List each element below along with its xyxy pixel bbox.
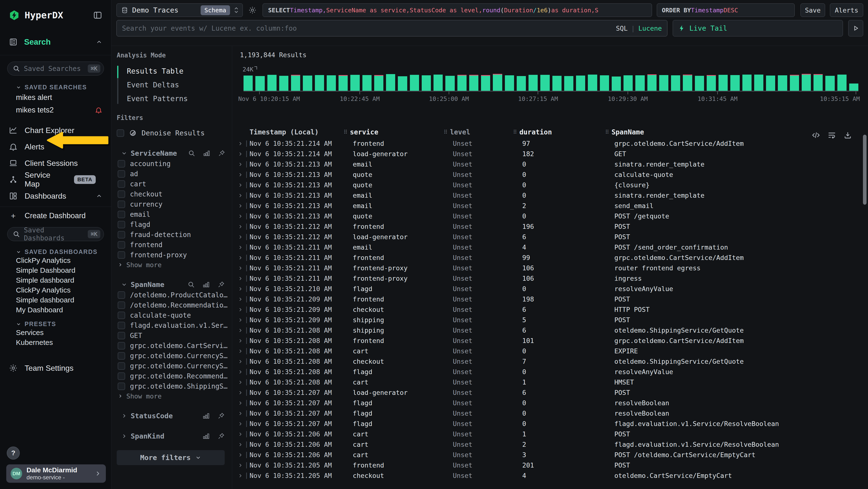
facet-option[interactable]: grpc.oteldemo.CartServi…: [118, 341, 225, 351]
checkbox[interactable]: [118, 301, 125, 309]
histogram-bar[interactable]: [517, 76, 526, 91]
expand-row-icon[interactable]: [238, 348, 243, 354]
denoise-results-toggle[interactable]: Denoise Results: [117, 128, 225, 138]
histogram-bar[interactable]: [445, 76, 455, 91]
facet-option[interactable]: checkout: [118, 189, 225, 199]
facet-chart-icon[interactable]: [203, 150, 210, 157]
histogram-bar[interactable]: [742, 75, 751, 91]
table-row[interactable]: Nov 6 10:35:21.214 AMfrontendUnset97grpc…: [232, 138, 868, 149]
table-row[interactable]: Nov 6 10:35:21.214 AMload-generatorUnset…: [232, 149, 868, 159]
table-row[interactable]: Nov 6 10:35:21.207 AMflagdUnset0flagd.ev…: [232, 419, 868, 429]
table-row[interactable]: Nov 6 10:35:21.212 AMload-generatorUnset…: [232, 232, 868, 242]
expand-row-icon[interactable]: [238, 442, 243, 448]
histogram-bar[interactable]: [766, 76, 775, 91]
source-settings-gear-icon[interactable]: [248, 6, 257, 15]
histogram-bar[interactable]: [730, 75, 740, 91]
facet-option[interactable]: frontend: [118, 240, 225, 250]
create-dashboard-button[interactable]: + Create Dashboard: [0, 209, 111, 223]
expand-row-icon[interactable]: [238, 224, 243, 230]
table-row[interactable]: Nov 6 10:35:21.209 AMshippingUnset5POST: [232, 315, 868, 325]
facet-option[interactable]: flagd: [118, 220, 225, 230]
table-row[interactable]: Nov 6 10:35:21.206 AMcartUnset3POST /ote…: [232, 450, 868, 460]
histogram-bar[interactable]: [398, 76, 407, 91]
facet-option[interactable]: flagd.evaluation.v1.Ser…: [118, 320, 225, 330]
collapse-sidebar-icon[interactable]: [93, 10, 102, 20]
facet-pin-icon[interactable]: [217, 281, 225, 288]
histogram-bar[interactable]: [315, 75, 324, 91]
facet-option[interactable]: frontend-proxy: [118, 250, 225, 260]
table-row[interactable]: Nov 6 10:35:21.208 AMshippingUnset6oteld…: [232, 325, 868, 336]
expand-row-icon[interactable]: [238, 379, 243, 385]
checkbox[interactable]: [118, 160, 125, 168]
facet-header[interactable]: SpanKind: [117, 431, 225, 441]
sidebar-item-chart-explorer[interactable]: Chart Explorer: [0, 122, 111, 139]
checkbox[interactable]: [118, 372, 125, 380]
histogram-bar[interactable]: [588, 75, 597, 91]
expand-row-icon[interactable]: [238, 400, 243, 406]
saved-search-item[interactable]: mikes tets2: [0, 104, 111, 116]
facet-option[interactable]: email: [118, 209, 225, 220]
histogram-bar[interactable]: [493, 74, 502, 91]
histogram-bar[interactable]: [505, 75, 514, 91]
checkbox[interactable]: [118, 322, 125, 329]
expand-row-icon[interactable]: [238, 234, 243, 240]
drag-handle-icon[interactable]: ⠿: [344, 129, 347, 135]
histogram-bar[interactable]: [671, 75, 680, 91]
facet-search-icon[interactable]: [188, 281, 195, 288]
histogram-bar[interactable]: [552, 76, 562, 91]
table-row[interactable]: Nov 6 10:35:21.213 AMquoteUnset0{closure…: [232, 180, 868, 190]
table-row[interactable]: Nov 6 10:35:21.211 AMemailUnset4POST /se…: [232, 242, 868, 253]
facet-option[interactable]: calculate-quote: [118, 310, 225, 320]
histogram-bar[interactable]: [434, 75, 443, 91]
histogram-bar[interactable]: [540, 75, 550, 91]
table-row[interactable]: Nov 6 10:35:21.213 AMquoteUnset0calculat…: [232, 169, 868, 180]
checkbox[interactable]: [118, 201, 125, 208]
expand-row-icon[interactable]: [238, 193, 243, 198]
saved-search-item[interactable]: mikes alert: [0, 92, 111, 103]
checkbox[interactable]: [118, 231, 125, 238]
histogram-bar[interactable]: [481, 75, 490, 91]
histogram-bar[interactable]: [339, 75, 348, 91]
expand-row-icon[interactable]: [238, 141, 243, 146]
expand-row-icon[interactable]: [238, 182, 243, 188]
analysis-mode-option[interactable]: Results Table: [117, 64, 225, 78]
checkbox[interactable]: [118, 221, 125, 228]
checkbox[interactable]: [118, 241, 125, 249]
sidebar-item-dashboard[interactable]: ClickPy Analytics: [0, 285, 111, 295]
presets-header[interactable]: PRESETS: [0, 320, 111, 327]
saved-dashboards-input[interactable]: Saved Dashboards ⌘K: [7, 227, 104, 241]
histogram-bar[interactable]: [374, 75, 383, 91]
histogram-bar[interactable]: [683, 75, 692, 91]
expand-row-icon[interactable]: [238, 369, 243, 375]
histogram-bar[interactable]: [802, 74, 811, 91]
histogram-bar[interactable]: [362, 75, 372, 91]
table-row[interactable]: Nov 6 10:35:21.206 AMcartUnset2flagd.eva…: [232, 439, 868, 450]
column-header-timestamp-local-[interactable]: Timestamp (Local): [250, 128, 344, 136]
checkbox[interactable]: [118, 382, 125, 390]
table-row[interactable]: Nov 6 10:35:21.208 AMcartUnset0EXPIRE: [232, 346, 868, 356]
event-search-input[interactable]: Search your events w/ Lucene ex. column:…: [117, 20, 668, 36]
expand-row-icon[interactable]: [238, 296, 243, 302]
table-row[interactable]: Nov 6 10:35:21.205 AMcheckoutUnset4oteld…: [232, 470, 868, 481]
expand-row-icon[interactable]: [238, 390, 243, 396]
histogram-bar[interactable]: [790, 75, 799, 91]
histogram-bar[interactable]: [327, 75, 336, 91]
facet-search-icon[interactable]: [188, 150, 195, 157]
expand-row-icon[interactable]: [238, 462, 243, 468]
histogram-bar[interactable]: [718, 75, 728, 91]
checkbox[interactable]: [118, 352, 125, 359]
expand-row-icon[interactable]: [238, 338, 243, 344]
sidebar-item-client-sessions[interactable]: Client Sessions: [0, 155, 111, 171]
download-icon[interactable]: [843, 131, 852, 140]
checkbox[interactable]: [118, 291, 125, 299]
checkbox[interactable]: [118, 312, 125, 319]
table-row[interactable]: Nov 6 10:35:21.207 AMflagdUnset0resolveB…: [232, 398, 868, 408]
facet-option[interactable]: cart: [118, 179, 225, 189]
histogram-bar[interactable]: [778, 75, 787, 91]
histogram-bar[interactable]: [244, 76, 253, 91]
live-tail-button[interactable]: Live Tail: [673, 20, 843, 36]
histogram-bar[interactable]: [695, 76, 704, 91]
facet-option[interactable]: /oteldemo.ProductCatalo…: [118, 290, 225, 300]
table-row[interactable]: Nov 6 10:35:21.208 AMfrontendUnset101grp…: [232, 336, 868, 346]
expand-row-icon[interactable]: [238, 276, 243, 282]
